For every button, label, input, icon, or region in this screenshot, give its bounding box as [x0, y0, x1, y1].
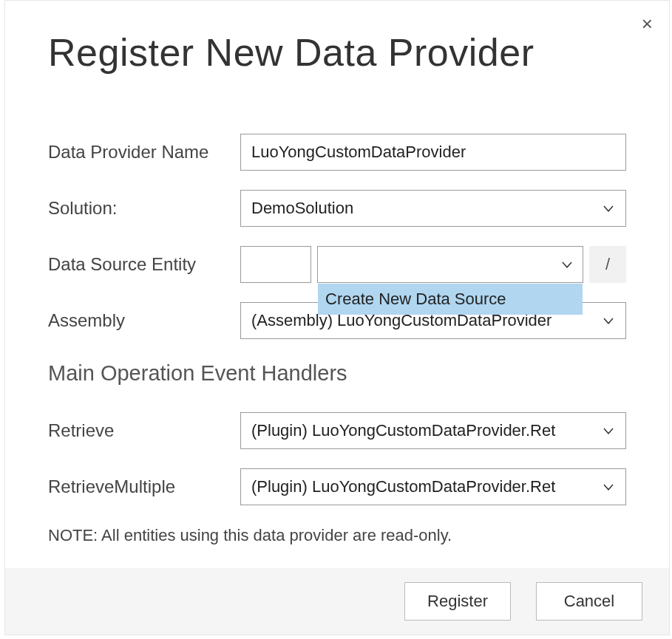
chevron-down-icon	[602, 202, 615, 215]
control-solution: DemoSolution	[240, 190, 626, 227]
label-solution: Solution:	[48, 198, 240, 219]
dialog-title: Register New Data Provider	[48, 30, 626, 75]
label-data-source: Data Source Entity	[48, 254, 240, 275]
chevron-down-icon	[602, 480, 615, 493]
retrieve-multiple-value: (Plugin) LuoYongCustomDataProvider.Ret	[251, 477, 602, 496]
register-button[interactable]: Register	[404, 582, 511, 621]
create-new-data-source-option[interactable]: Create New Data Source	[318, 284, 583, 315]
control-data-source: Create New Data Source /	[240, 246, 626, 283]
data-source-select[interactable]: Create New Data Source	[317, 246, 583, 283]
row-retrieve-multiple: RetrieveMultiple (Plugin) LuoYongCustomD…	[48, 468, 626, 505]
solution-value: DemoSolution	[251, 199, 602, 218]
cancel-button[interactable]: Cancel	[536, 582, 642, 621]
solution-select[interactable]: DemoSolution	[240, 190, 626, 227]
dialog-body: Register New Data Provider Data Provider…	[5, 1, 669, 545]
control-retrieve-multiple: (Plugin) LuoYongCustomDataProvider.Ret	[240, 468, 626, 505]
label-retrieve: Retrieve	[48, 420, 240, 441]
event-handlers-heading: Main Operation Event Handlers	[48, 361, 626, 386]
control-provider-name	[240, 134, 626, 171]
row-data-source: Data Source Entity Create New Data Sourc…	[48, 246, 626, 283]
data-source-prefix-input[interactable]	[240, 246, 311, 283]
close-icon: ×	[642, 13, 653, 35]
retrieve-value: (Plugin) LuoYongCustomDataProvider.Ret	[251, 421, 602, 440]
retrieve-multiple-select[interactable]: (Plugin) LuoYongCustomDataProvider.Ret	[240, 468, 626, 505]
dialog-footer: Register Cancel	[5, 568, 669, 635]
readonly-note: NOTE: All entities using this data provi…	[48, 526, 626, 545]
label-assembly: Assembly	[48, 310, 240, 331]
retrieve-select[interactable]: (Plugin) LuoYongCustomDataProvider.Ret	[240, 412, 626, 449]
label-provider-name: Data Provider Name	[48, 142, 240, 163]
provider-name-input[interactable]	[240, 134, 626, 171]
label-retrieve-multiple: RetrieveMultiple	[48, 476, 240, 497]
close-button[interactable]: ×	[642, 14, 653, 33]
row-retrieve: Retrieve (Plugin) LuoYongCustomDataProvi…	[48, 412, 626, 449]
chevron-down-icon	[602, 424, 615, 437]
register-data-provider-dialog: × Register New Data Provider Data Provid…	[4, 0, 670, 635]
row-solution: Solution: DemoSolution	[48, 190, 626, 227]
chevron-down-icon	[560, 258, 574, 271]
chevron-down-icon	[602, 314, 615, 327]
slash-button[interactable]: /	[589, 246, 626, 283]
control-retrieve: (Plugin) LuoYongCustomDataProvider.Ret	[240, 412, 626, 449]
row-provider-name: Data Provider Name	[48, 134, 626, 171]
